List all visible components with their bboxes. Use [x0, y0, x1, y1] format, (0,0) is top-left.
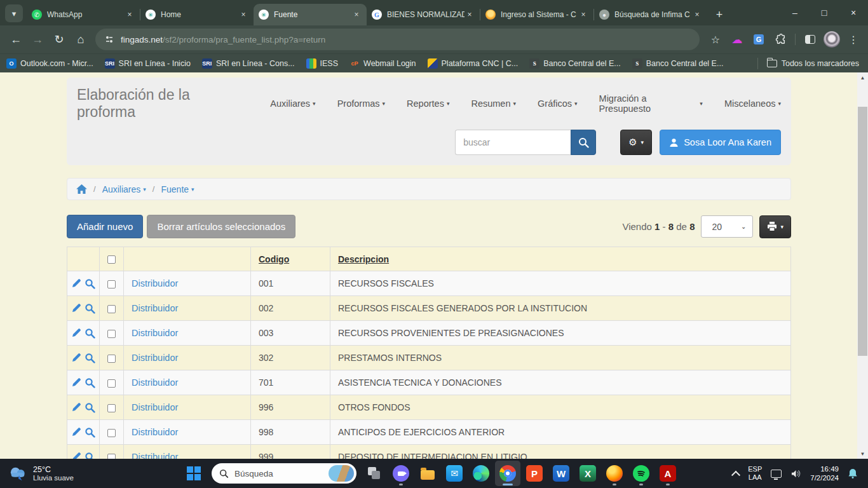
- pdf-xchange-button[interactable]: P: [522, 461, 547, 486]
- side-panel-icon[interactable]: [801, 30, 820, 49]
- maximize-button[interactable]: □: [810, 0, 839, 25]
- bookmark-star-icon[interactable]: ☆: [706, 30, 725, 49]
- edge-button[interactable]: [468, 461, 494, 486]
- home-icon[interactable]: ⌂: [70, 29, 92, 50]
- chrome-button-active[interactable]: [495, 461, 520, 486]
- tab-close-icon[interactable]: ×: [125, 10, 135, 20]
- back-icon[interactable]: ←: [5, 29, 27, 50]
- search-button[interactable]: [571, 130, 596, 155]
- scroll-up-icon[interactable]: ▲: [857, 72, 868, 83]
- chat-app-button[interactable]: [388, 461, 414, 486]
- tab-close-icon[interactable]: ×: [238, 10, 248, 20]
- bookmark-iess[interactable]: IESS: [306, 58, 339, 69]
- translate-icon[interactable]: G: [749, 30, 768, 49]
- reload-icon[interactable]: ↻: [48, 29, 70, 50]
- distribuidor-link[interactable]: Distribuidor: [132, 377, 178, 388]
- browser-menu-kebab-icon[interactable]: ⋮: [844, 30, 863, 49]
- scrollbar-thumb[interactable]: [858, 107, 867, 356]
- address-bar[interactable]: fingads.net/sf2/proforma/pra_fuente_list…: [95, 29, 700, 50]
- menu-reportes[interactable]: Reportes▾: [407, 98, 449, 109]
- search-input[interactable]: [455, 130, 571, 155]
- edit-pencil-icon[interactable]: [71, 427, 81, 437]
- row-checkbox[interactable]: [107, 454, 116, 459]
- tab-whatsapp[interactable]: ✆ WhatsApp ×: [27, 4, 140, 25]
- add-new-button[interactable]: Añadir nuevo: [67, 215, 143, 238]
- breadcrumb-auxiliares[interactable]: Auxiliares▾: [102, 184, 146, 194]
- weather-extension-icon[interactable]: ☁: [728, 30, 747, 49]
- row-checkbox[interactable]: [107, 280, 116, 288]
- row-checkbox[interactable]: [107, 404, 116, 412]
- distribuidor-link[interactable]: Distribuidor: [132, 427, 178, 437]
- close-button[interactable]: ×: [839, 0, 868, 25]
- firefox-button[interactable]: [602, 461, 627, 486]
- bookmark-bce-2[interactable]: SBanco Central del E...: [632, 58, 724, 69]
- home-icon[interactable]: [76, 184, 87, 194]
- tab-search-button[interactable]: ▾: [5, 4, 23, 22]
- breadcrumb-fuente[interactable]: Fuente▾: [161, 184, 194, 194]
- view-magnifier-icon[interactable]: [85, 303, 95, 314]
- user-button[interactable]: Sosa Loor Ana Karen: [660, 130, 781, 155]
- bookmark-sri-consultas[interactable]: SRISRI en Línea - Cons...: [202, 58, 295, 69]
- distribuidor-link[interactable]: Distribuidor: [132, 452, 178, 459]
- tab-close-icon[interactable]: ×: [692, 10, 702, 20]
- mail-app-button[interactable]: ✉: [442, 461, 467, 486]
- settings-dropdown-button[interactable]: ⚙▾: [620, 130, 652, 155]
- view-magnifier-icon[interactable]: [85, 328, 95, 339]
- edit-pencil-icon[interactable]: [71, 303, 81, 313]
- distribuidor-link[interactable]: Distribuidor: [132, 278, 178, 288]
- notifications-bell-icon[interactable]: [844, 461, 862, 486]
- task-view-button[interactable]: [362, 461, 387, 486]
- distribuidor-link[interactable]: Distribuidor: [132, 402, 178, 412]
- bookmark-bce-1[interactable]: SBanco Central del E...: [529, 58, 621, 69]
- extensions-puzzle-icon[interactable]: [771, 30, 790, 49]
- excel-button[interactable]: X: [575, 461, 600, 486]
- volume-icon[interactable]: [787, 461, 805, 486]
- view-magnifier-icon[interactable]: [85, 377, 95, 388]
- spotify-button[interactable]: [628, 461, 654, 486]
- menu-miscelaneos[interactable]: Miscelaneos▾: [724, 98, 781, 109]
- tab-close-icon[interactable]: ×: [351, 10, 362, 20]
- tab-close-icon[interactable]: ×: [578, 10, 588, 20]
- edit-pencil-icon[interactable]: [71, 452, 81, 459]
- file-explorer-button[interactable]: [415, 461, 440, 486]
- page-scrollbar[interactable]: ▲ ▼: [857, 72, 868, 459]
- edit-pencil-icon[interactable]: [71, 278, 81, 288]
- edit-pencil-icon[interactable]: [71, 328, 81, 338]
- tab-close-icon[interactable]: ×: [465, 10, 475, 20]
- bookmark-outlook[interactable]: OOutlook.com - Micr...: [6, 58, 93, 69]
- menu-resumen[interactable]: Resumen▾: [471, 98, 516, 109]
- menu-auxiliares[interactable]: Auxiliares▾: [270, 98, 315, 109]
- distribuidor-link[interactable]: Distribuidor: [132, 303, 178, 313]
- view-magnifier-icon[interactable]: [85, 353, 95, 363]
- header-descripcion[interactable]: Descripcion: [330, 247, 791, 271]
- clock[interactable]: 16:497/2/2024: [806, 461, 843, 486]
- view-magnifier-icon[interactable]: [85, 427, 95, 438]
- profile-avatar[interactable]: [822, 30, 841, 49]
- start-button[interactable]: [181, 461, 207, 486]
- edit-pencil-icon[interactable]: [71, 353, 81, 363]
- menu-graficos[interactable]: Gráficos▾: [538, 98, 578, 109]
- network-icon[interactable]: [767, 461, 785, 486]
- acrobat-button[interactable]: A: [655, 461, 681, 486]
- row-checkbox[interactable]: [107, 355, 116, 363]
- bookmark-cnc[interactable]: Plataforma CNC | C...: [428, 58, 519, 69]
- site-info-icon[interactable]: [104, 34, 114, 44]
- bookmark-sri-inicio[interactable]: SRISRI en Línea - Inicio: [105, 58, 191, 69]
- view-magnifier-icon[interactable]: [85, 402, 95, 413]
- row-checkbox[interactable]: [107, 429, 116, 437]
- distribuidor-link[interactable]: Distribuidor: [132, 353, 178, 363]
- menu-migracion[interactable]: Migración a Presupuesto▾: [599, 93, 703, 114]
- tab-fuente-active[interactable]: ✳ Fuente ×: [254, 4, 367, 25]
- minimize-button[interactable]: –: [780, 0, 810, 25]
- view-magnifier-icon[interactable]: [85, 278, 95, 289]
- row-checkbox[interactable]: [107, 379, 116, 388]
- tab-ingreso[interactable]: Ingreso al Sistema - C ×: [480, 4, 593, 25]
- header-codigo[interactable]: Codigo: [251, 247, 330, 271]
- forward-icon[interactable]: →: [27, 29, 48, 50]
- print-dropdown-button[interactable]: ▾: [759, 215, 791, 238]
- row-checkbox[interactable]: [107, 305, 116, 313]
- row-checkbox[interactable]: [107, 330, 116, 338]
- edit-pencil-icon[interactable]: [71, 377, 81, 388]
- bookmark-webmail[interactable]: cPWebmail Login: [349, 58, 416, 69]
- tray-chevron-up-icon[interactable]: [729, 461, 743, 486]
